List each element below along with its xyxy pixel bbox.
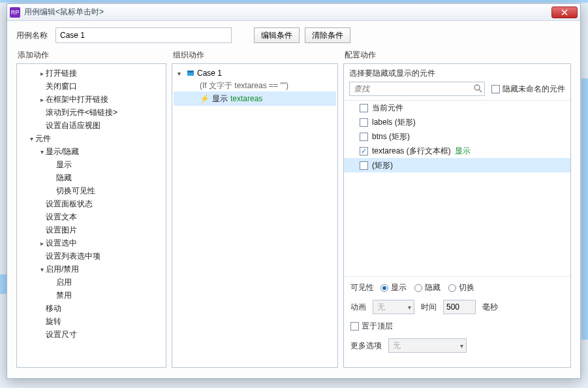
app-icon: RP (10, 7, 20, 18)
action-tree-label: 设置图片 (46, 225, 77, 236)
top-bar: 用例名称 编辑条件 清除条件 (7, 21, 580, 47)
clear-condition-button[interactable]: 清除条件 (305, 27, 350, 43)
action-tree-label: 禁用 (56, 290, 72, 301)
hide-unnamed-toggle[interactable]: 隐藏未命名的元件 (491, 84, 565, 95)
org-condition-text: (If 文字于 textareas == "") (174, 80, 336, 91)
action-tree-label: 设置文本 (46, 212, 77, 223)
action-tree-item[interactable]: ▸切换可见性 (18, 184, 164, 197)
actions-tree[interactable]: ▸打开链接▸关闭窗口▸在框架中打开链接▸滚动到元件<锚链接>▸设置自适应视图▾元… (16, 63, 166, 368)
action-tree-label: 切换可见性 (56, 186, 95, 197)
action-tree-label: 移动 (46, 303, 61, 314)
dialog-titlebar: RP 用例编辑<鼠标单击时> (7, 4, 580, 21)
svg-point-2 (474, 85, 480, 90)
action-tree-item[interactable]: ▾启用/禁用 (18, 263, 164, 276)
action-tree-item[interactable]: ▸隐藏 (18, 171, 164, 184)
widget-list[interactable]: 当前元件labels (矩形)btns (矩形)textareas (多行文本框… (344, 101, 570, 277)
widget-list-item[interactable]: labels (矩形) (344, 115, 570, 129)
action-tree-item[interactable]: ▸设置图片 (18, 223, 164, 236)
checkbox-icon (491, 85, 500, 93)
widget-list-item[interactable]: btns (矩形) (344, 129, 570, 144)
organize-header: 组织动作 (172, 47, 338, 63)
action-tree-item[interactable]: ▸设置尺寸 (18, 328, 164, 341)
action-tree-item[interactable]: ▾元件 (18, 132, 164, 145)
case-icon (187, 69, 194, 77)
close-button[interactable] (551, 7, 578, 18)
widget-item-label: btns (矩形) (372, 131, 410, 142)
action-tree-label: 设置面板状态 (46, 199, 93, 210)
add-action-header: 添加动作 (16, 47, 166, 63)
visibility-option-label: 显示 (391, 282, 407, 293)
caret-down-icon: ▾ (178, 70, 184, 77)
visibility-label: 可见性 (350, 282, 374, 293)
action-tree-label: 显示 (56, 159, 72, 170)
checkbox-icon (360, 161, 368, 170)
widget-item-label: (矩形) (372, 160, 393, 171)
widget-item-state: 显示 (455, 146, 471, 157)
panels-row: 添加动作 ▸打开链接▸关闭窗口▸在框架中打开链接▸滚动到元件<锚链接>▸设置自适… (7, 47, 580, 376)
config-subtitle: 选择要隐藏或显示的元件 (344, 64, 570, 82)
action-tree-label: 打开链接 (46, 68, 77, 79)
widget-list-item[interactable]: (矩形) (344, 158, 570, 172)
more-options-select[interactable]: 无 (388, 338, 467, 353)
action-tree-item[interactable]: ▸打开链接 (18, 67, 164, 80)
visibility-option-label: 切换 (459, 282, 474, 293)
svg-line-3 (479, 89, 482, 92)
visibility-row: 可见性 显示隐藏切换 (350, 282, 564, 293)
action-tree-item[interactable]: ▸设置选中 (18, 236, 164, 250)
action-tree-label: 元件 (35, 133, 51, 144)
edit-condition-button[interactable]: 编辑条件 (254, 27, 300, 43)
visibility-radio-隐藏[interactable]: 隐藏 (414, 282, 441, 293)
svg-rect-1 (187, 71, 194, 73)
action-tree-item[interactable]: ▸启用 (18, 276, 164, 289)
visibility-radio-切换[interactable]: 切换 (448, 282, 474, 293)
caret-right-icon: ▸ (38, 96, 46, 103)
checkbox-icon (360, 104, 368, 112)
widget-item-label: labels (矩形) (372, 117, 416, 128)
action-tree-item[interactable]: ▸旋转 (18, 315, 164, 328)
widget-list-item[interactable]: 当前元件 (344, 101, 570, 115)
action-tree-item[interactable]: ▸设置自适应视图 (18, 119, 164, 132)
search-input[interactable] (349, 82, 485, 96)
animation-label: 动画 (350, 302, 366, 313)
add-action-panel: 添加动作 ▸打开链接▸关闭窗口▸在框架中打开链接▸滚动到元件<锚链接>▸设置自适… (16, 47, 166, 368)
action-tree-item[interactable]: ▸移动 (18, 302, 164, 315)
action-tree-item[interactable]: ▸滚动到元件<锚链接> (18, 106, 164, 119)
radio-icon (448, 284, 456, 292)
action-tree-item[interactable]: ▸关闭窗口 (18, 80, 164, 93)
action-tree-label: 启用 (56, 277, 72, 288)
bring-to-front-toggle[interactable]: 置于顶层 (350, 321, 393, 332)
action-tree-label: 设置选中 (46, 238, 77, 249)
case-name-input[interactable] (55, 27, 232, 43)
widget-list-item[interactable]: textareas (多行文本框)显示 (344, 144, 570, 158)
caret-down-icon: ▾ (27, 135, 35, 142)
action-tree-item[interactable]: ▸设置文本 (18, 210, 164, 223)
bolt-icon: ⚡ (200, 94, 209, 103)
caret-right-icon: ▸ (38, 70, 46, 77)
action-tree-item[interactable]: ▸显示 (18, 158, 164, 171)
bring-to-front-label: 置于顶层 (362, 321, 393, 332)
organize-body: ▾ Case 1 (If 文字于 textareas == "") ⚡ 显示 t… (172, 63, 338, 368)
animation-select[interactable]: 无 (373, 300, 414, 314)
action-tree-label: 关闭窗口 (46, 81, 77, 92)
action-tree-item[interactable]: ▸设置列表选中项 (18, 250, 164, 263)
action-tree-item[interactable]: ▾显示/隐藏 (18, 145, 164, 158)
dialog-title: 用例编辑<鼠标单击时> (24, 7, 551, 18)
org-action-label: 显示 (212, 93, 228, 105)
org-case-row[interactable]: ▾ Case 1 (174, 67, 336, 80)
config-body: 选择要隐藏或显示的元件 隐藏未命名的元件 当前元件labels (矩形)btns… (343, 63, 571, 368)
action-tree-item[interactable]: ▸禁用 (18, 289, 164, 302)
caret-right-icon: ▸ (38, 240, 46, 247)
time-input[interactable] (443, 300, 476, 314)
action-tree-item[interactable]: ▸设置面板状态 (18, 197, 164, 210)
animation-row: 动画 无 时间 毫秒 (350, 300, 564, 314)
more-options-row: 更多选项 无 (350, 338, 564, 353)
visibility-radio-显示[interactable]: 显示 (380, 282, 407, 293)
widget-item-label: 当前元件 (372, 103, 403, 114)
org-action-row[interactable]: ⚡ 显示 textareas (174, 91, 336, 106)
action-tree-label: 隐藏 (56, 172, 72, 184)
search-icon (473, 84, 482, 93)
checkbox-icon (360, 133, 368, 141)
action-tree-label: 在框架中打开链接 (46, 94, 108, 105)
action-tree-label: 滚动到元件<锚链接> (46, 107, 117, 118)
action-tree-item[interactable]: ▸在框架中打开链接 (18, 93, 164, 106)
